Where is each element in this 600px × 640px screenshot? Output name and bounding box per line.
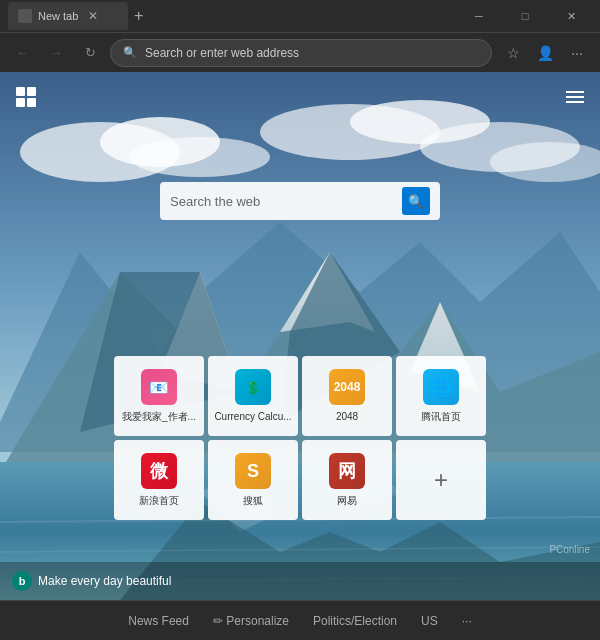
quick-link-item[interactable]: + (396, 440, 486, 520)
address-search-icon: 🔍 (123, 46, 137, 59)
footer-nav-item-3[interactable]: US (421, 614, 438, 628)
quick-link-label: 搜狐 (243, 495, 263, 507)
bing-icon: b (12, 571, 32, 591)
quick-link-item[interactable]: 20482048 (302, 356, 392, 436)
refresh-button[interactable]: ↻ (76, 39, 104, 67)
address-text: Search or enter web address (145, 46, 479, 60)
quick-link-icon: S (235, 453, 271, 489)
tab-area: New tab ✕ + (8, 0, 452, 32)
quick-link-label: 我爱我家_作者... (122, 411, 196, 423)
quick-links-grid: 📧我爱我家_作者...💲Currency Calcu...20482048🌐腾讯… (114, 356, 486, 520)
add-site-icon: + (434, 466, 448, 494)
address-input[interactable]: 🔍 Search or enter web address (110, 39, 492, 67)
svg-point-3 (130, 137, 270, 177)
hamburger-line-3 (566, 101, 584, 103)
footer-nav: News Feed✏ PersonalizePolitics/ElectionU… (0, 600, 600, 640)
search-button[interactable]: 🔍 (402, 187, 430, 215)
new-tab-button[interactable]: + (128, 7, 149, 25)
footer-nav-item-0[interactable]: News Feed (128, 614, 189, 628)
quick-link-label: 腾讯首页 (421, 411, 461, 423)
quick-link-icon: 网 (329, 453, 365, 489)
new-tab-page: Search the web 🔍 📧我爱我家_作者...💲Currency Ca… (0, 72, 600, 600)
quick-link-label: 新浪首页 (139, 495, 179, 507)
more-button[interactable]: ··· (562, 38, 592, 68)
tab-close-button[interactable]: ✕ (88, 9, 98, 23)
restore-button[interactable]: □ (504, 2, 546, 30)
title-bar: New tab ✕ + ─ □ ✕ (0, 0, 600, 32)
search-box[interactable]: Search the web 🔍 (160, 182, 440, 220)
quick-link-icon: 2048 (329, 369, 365, 405)
windows-logo[interactable] (16, 87, 36, 107)
tab-title: New tab (38, 10, 78, 22)
search-icon: 🔍 (408, 194, 424, 209)
quick-link-icon: 📧 (141, 369, 177, 405)
quick-link-item[interactable]: 网网易 (302, 440, 392, 520)
quick-link-label: Currency Calcu... (214, 411, 291, 423)
search-placeholder: Search the web (170, 194, 394, 209)
bing-info-bar: b Make every day beautiful (0, 562, 600, 600)
hamburger-line-2 (566, 96, 584, 98)
quick-link-icon: 🌐 (423, 369, 459, 405)
quick-link-label: 网易 (337, 495, 357, 507)
footer-nav-item-4[interactable]: ··· (462, 614, 472, 628)
new-tab-top-bar (0, 72, 600, 122)
search-container: Search the web 🔍 (160, 182, 440, 220)
favorites-button[interactable]: ☆ (498, 38, 528, 68)
windows-logo-tl (16, 87, 25, 96)
tab-favicon (18, 9, 32, 23)
profile-button[interactable]: 👤 (530, 38, 560, 68)
windows-logo-br (27, 98, 36, 107)
quick-link-label: 2048 (336, 411, 358, 423)
windows-logo-tr (27, 87, 36, 96)
toolbar-buttons: ☆ 👤 ··· (498, 38, 592, 68)
address-bar: ← → ↻ 🔍 Search or enter web address ☆ 👤 … (0, 32, 600, 72)
minimize-button[interactable]: ─ (458, 2, 500, 30)
quick-link-item[interactable]: 💲Currency Calcu... (208, 356, 298, 436)
bing-tagline: Make every day beautiful (38, 574, 171, 588)
hamburger-line-1 (566, 91, 584, 93)
quick-link-icon: 💲 (235, 369, 271, 405)
active-tab[interactable]: New tab ✕ (8, 2, 128, 30)
windows-logo-bl (16, 98, 25, 107)
quick-link-item[interactable]: 📧我爱我家_作者... (114, 356, 204, 436)
quick-link-icon: 微 (141, 453, 177, 489)
mountain-illustration (0, 72, 600, 600)
back-button[interactable]: ← (8, 39, 36, 67)
forward-button[interactable]: → (42, 39, 70, 67)
close-button[interactable]: ✕ (550, 2, 592, 30)
window-controls: ─ □ ✕ (458, 2, 592, 30)
hamburger-menu-button[interactable] (566, 91, 584, 103)
quick-link-item[interactable]: 🌐腾讯首页 (396, 356, 486, 436)
quick-link-item[interactable]: S搜狐 (208, 440, 298, 520)
footer-nav-item-1[interactable]: ✏ Personalize (213, 614, 289, 628)
quick-link-item[interactable]: 微新浪首页 (114, 440, 204, 520)
footer-nav-item-2[interactable]: Politics/Election (313, 614, 397, 628)
watermark: PConline (549, 544, 590, 555)
